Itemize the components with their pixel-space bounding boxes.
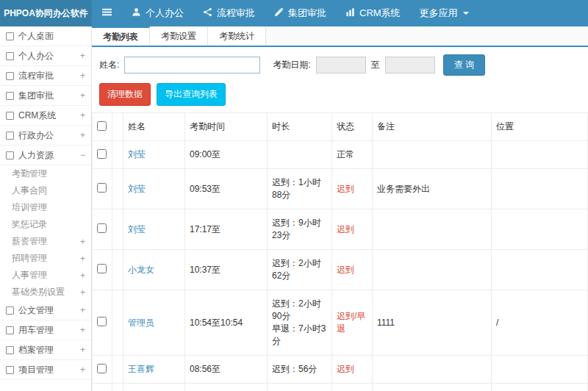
row-checkbox[interactable] [97, 264, 107, 273]
status-cell: 正常 [332, 141, 373, 169]
action-bar: 清理数据 导出查询列表 [92, 82, 588, 112]
expand-toggle: + [80, 365, 85, 375]
employee-name-link[interactable]: 刘莹 [128, 149, 146, 159]
date-from-input[interactable] [316, 57, 366, 73]
sidebar-subitem-category-settings[interactable]: 基础类别设置 + [0, 284, 91, 301]
time-cell: 10:37至 [185, 250, 268, 290]
sidebar-item-personal-office[interactable]: 个人办公 + [0, 46, 91, 66]
table-row: 王喜辉 08:56至 迟到：56分 迟到 [93, 356, 588, 384]
time-cell: 09:53至 [185, 169, 268, 209]
table-row: 管理员 10:54至10:54 迟到：2小时90分 早退：7小时3分 迟到/早退… [93, 290, 588, 356]
sidebar-subitem-recruitment[interactable]: 招聘管理 + [0, 250, 91, 267]
approval-icon [6, 92, 14, 100]
nav-item-label: CRM系统 [359, 7, 401, 20]
collapse-toggle: − [80, 150, 85, 160]
expand-toggle: + [80, 130, 85, 140]
sidebar-subitem-personnel[interactable]: 人事管理 + [0, 267, 91, 284]
nav-item-group-approval[interactable]: 集团审批 [265, 0, 336, 26]
sidebar-item-admin-office[interactable]: 行政办公 + [0, 126, 91, 146]
note-cell [373, 384, 492, 391]
car-icon [6, 326, 14, 334]
sidebar-toggle-button[interactable] [92, 0, 122, 26]
expand-toggle: + [80, 325, 85, 335]
nav-item-workflow-approval[interactable]: 流程审批 [193, 0, 265, 26]
sidebar-subitem-attendance[interactable]: 考勤管理 [0, 165, 91, 182]
sidebar-item-group-approval[interactable]: 集团审批 + [0, 86, 91, 106]
row-checkbox[interactable] [97, 149, 107, 159]
date-filter-label: 考勤日期: [273, 59, 310, 71]
duration-cell: 迟到：2小时62分 [268, 250, 332, 290]
note-cell [373, 209, 492, 250]
sidebar-item-hr[interactable]: 人力资源 − [0, 146, 91, 165]
search-button[interactable]: 查 询 [443, 54, 485, 76]
tab-attendance-settings[interactable]: 考勤设置 [150, 26, 208, 46]
sidebar-item-documents[interactable]: 公文管理 + [0, 301, 91, 320]
time-cell: 09:00至 [185, 141, 268, 169]
sidebar-item-vehicle[interactable]: 用车管理 + [0, 320, 91, 340]
location-cell [492, 356, 588, 384]
status-cell: 迟到 [332, 209, 373, 250]
expand-toggle: + [80, 287, 85, 298]
nav-item-label: 集团审批 [288, 7, 326, 20]
sidebar-subitem-rewards[interactable]: 奖惩记录 [0, 216, 91, 233]
sidebar-subitem-training[interactable]: 培训管理 [0, 199, 91, 216]
employee-name-link[interactable]: 刘莹 [128, 184, 146, 194]
top-navbar: PHPOA协同办公软件 个人办公 流程审批 集团审批 CRM系统 更多应用 [0, 0, 588, 26]
filter-bar: 姓名: 考勤日期: 至 查 询 [92, 47, 588, 82]
employee-name-link[interactable]: 刘莹 [128, 224, 146, 234]
row-checkbox[interactable] [97, 223, 107, 233]
bar-chart-icon [345, 7, 355, 19]
nav-item-label: 流程审批 [217, 7, 255, 20]
location-cell [492, 141, 588, 169]
attendance-table: 姓名 考勤时间 时长 状态 备注 位置 刘莹 09:00至 正常 刘莹 [92, 112, 588, 391]
header-time: 考勤时间 [185, 113, 268, 141]
time-cell: 13:20至13:20 [185, 384, 268, 391]
employee-name-link[interactable]: 小龙女 [128, 265, 154, 275]
sidebar-item-workflow-approval[interactable]: 流程审批 + [0, 66, 91, 86]
sidebar-item-desktop[interactable]: 个人桌面 [0, 26, 91, 46]
tab-attendance-stats[interactable]: 考勤统计 [208, 26, 266, 46]
date-to-input[interactable] [385, 57, 435, 73]
briefcase-icon [6, 132, 14, 140]
duration-cell: 迟到：56分 [268, 356, 332, 384]
header-duration: 时长 [268, 113, 332, 141]
expand-toggle: + [80, 270, 85, 281]
header-name: 姓名 [123, 113, 185, 141]
tab-bar: 考勤列表 考勤设置 考勤统计 [92, 26, 588, 47]
header-note: 备注 [373, 113, 492, 141]
status-cell: 迟到 [332, 250, 373, 290]
caret-down-icon [462, 8, 470, 19]
sidebar-item-archives[interactable]: 档案管理 + [0, 340, 91, 360]
sidebar-subitem-hr-contract[interactable]: 人事合同 [0, 182, 91, 199]
time-cell: 10:54至10:54 [185, 290, 268, 356]
expand-toggle: + [80, 254, 85, 264]
tab-attendance-list[interactable]: 考勤列表 [92, 26, 150, 46]
status-cell: 迟到/早退 [332, 290, 373, 356]
nav-item-personal-office[interactable]: 个人办公 [122, 0, 193, 26]
share-flow-icon [203, 7, 212, 19]
row-checkbox[interactable] [97, 364, 107, 373]
expand-toggle: + [80, 237, 85, 247]
location-cell [492, 169, 588, 209]
export-list-button[interactable]: 导出查询列表 [157, 83, 226, 106]
app-logo: PHPOA协同办公软件 [0, 0, 92, 26]
hamburger-menu-icon [101, 7, 112, 19]
nav-item-more-apps[interactable]: 更多应用 [410, 0, 479, 26]
employee-name-link[interactable]: 管理员 [128, 318, 154, 328]
name-filter-input[interactable] [124, 57, 260, 73]
location-cell: / [492, 384, 588, 391]
row-checkbox[interactable] [97, 317, 107, 326]
table-row: 小龙女 10:37至 迟到：2小时62分 迟到 [93, 250, 588, 290]
employee-name-link[interactable]: 王喜辉 [128, 364, 154, 374]
nav-item-crm[interactable]: CRM系统 [336, 0, 410, 26]
duration-cell: 迟到：9小时23分 [268, 209, 332, 250]
user-icon [132, 7, 141, 19]
note-cell [373, 141, 492, 169]
sidebar-item-crm[interactable]: CRM系统 + [0, 106, 91, 126]
select-all-checkbox[interactable] [97, 121, 107, 131]
sidebar-item-projects[interactable]: 项目管理 + [0, 360, 91, 380]
clean-data-button[interactable]: 清理数据 [99, 83, 151, 106]
row-checkbox[interactable] [97, 183, 107, 193]
expand-toggle: + [80, 345, 85, 355]
sidebar-subitem-salary[interactable]: 薪资管理 + [0, 233, 91, 250]
